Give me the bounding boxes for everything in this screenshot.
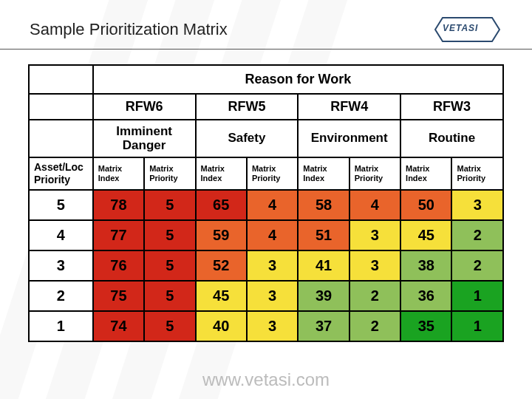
matrix-priority-cell: 3 xyxy=(247,311,298,341)
matrix-priority-cell: 5 xyxy=(144,250,195,281)
matrix-priority-cell: 3 xyxy=(451,190,503,220)
sub-header-index: Matrix Index xyxy=(298,157,349,190)
matrix-index-cell: 41 xyxy=(298,250,349,281)
footer-url: www.vetasi.com xyxy=(0,369,532,390)
asset-loc-priority-header: Asset/Loc Priority xyxy=(29,157,93,190)
vetasi-logo: VETASI xyxy=(432,16,502,43)
matrix-index-cell: 77 xyxy=(93,220,144,250)
blank-cell xyxy=(29,120,93,157)
matrix-priority-cell: 5 xyxy=(144,281,195,311)
row-label: 1 xyxy=(29,311,93,341)
matrix-priority-cell: 2 xyxy=(349,311,400,341)
matrix-priority-cell: 4 xyxy=(349,190,400,220)
table-row: 5785654584503 xyxy=(29,190,503,220)
table-row: 3765523413382 xyxy=(29,250,503,281)
matrix-table-wrap: Reason for Work RFW6 RFW5 RFW4 RFW3 Immi… xyxy=(0,50,532,342)
matrix-index-cell: 74 xyxy=(93,311,144,341)
row-label: 4 xyxy=(29,220,93,250)
matrix-index-cell: 37 xyxy=(298,311,349,341)
table-row: 2755453392361 xyxy=(29,281,503,311)
col-header-rfw4: RFW4 xyxy=(298,94,400,120)
slide-header: Sample Prioritization Matrix VETASI xyxy=(0,0,532,50)
matrix-priority-cell: 5 xyxy=(144,190,195,220)
sub-header-priority: Matrix Priority xyxy=(247,157,298,190)
row-label: 5 xyxy=(29,190,93,220)
sub-header-index: Matrix Index xyxy=(400,157,451,190)
matrix-index-cell: 58 xyxy=(298,190,349,220)
matrix-index-cell: 40 xyxy=(196,311,247,341)
table-row: Reason for Work xyxy=(29,65,503,94)
matrix-index-cell: 76 xyxy=(93,250,144,281)
table-row: 4775594513452 xyxy=(29,220,503,250)
row-label: 3 xyxy=(29,250,93,281)
reason-routine: Routine xyxy=(400,120,503,157)
col-header-rfw6: RFW6 xyxy=(93,94,196,120)
reason-environment: Environment xyxy=(298,120,400,157)
matrix-index-cell: 78 xyxy=(93,190,144,220)
prioritization-matrix-table: Reason for Work RFW6 RFW5 RFW4 RFW3 Immi… xyxy=(28,64,504,342)
sub-header-priority: Matrix Priority xyxy=(144,157,195,190)
matrix-index-cell: 39 xyxy=(298,281,349,311)
col-header-rfw3: RFW3 xyxy=(400,94,503,120)
matrix-priority-cell: 2 xyxy=(349,281,400,311)
sub-header-index: Matrix Index xyxy=(196,157,247,190)
page-title: Sample Prioritization Matrix xyxy=(30,20,228,39)
matrix-index-cell: 36 xyxy=(400,281,451,311)
table-row: Imminent Danger Safety Environment Routi… xyxy=(29,120,503,157)
matrix-index-cell: 75 xyxy=(93,281,144,311)
col-header-rfw5: RFW5 xyxy=(196,94,299,120)
table-row: Asset/Loc Priority Matrix Index Matrix P… xyxy=(29,157,503,190)
reason-imminent-danger: Imminent Danger xyxy=(93,120,196,157)
blank-cell xyxy=(29,94,93,120)
matrix-priority-cell: 4 xyxy=(247,190,298,220)
table-row: 1745403372351 xyxy=(29,311,503,341)
matrix-index-cell: 51 xyxy=(298,220,349,250)
matrix-priority-cell: 5 xyxy=(144,311,195,341)
matrix-index-cell: 50 xyxy=(400,190,451,220)
sub-header-priority: Matrix Priority xyxy=(451,157,503,190)
row-label: 2 xyxy=(29,281,93,311)
matrix-priority-cell: 5 xyxy=(144,220,195,250)
reason-for-work-header: Reason for Work xyxy=(93,65,503,94)
matrix-index-cell: 45 xyxy=(400,220,451,250)
logo-text: VETASI xyxy=(443,23,478,33)
reason-safety: Safety xyxy=(196,120,299,157)
matrix-index-cell: 52 xyxy=(196,250,247,281)
sub-header-priority: Matrix Priority xyxy=(349,157,400,190)
matrix-priority-cell: 1 xyxy=(451,311,503,341)
matrix-index-cell: 65 xyxy=(196,190,247,220)
matrix-priority-cell: 3 xyxy=(349,220,400,250)
matrix-priority-cell: 2 xyxy=(451,220,503,250)
matrix-index-cell: 38 xyxy=(400,250,451,281)
matrix-priority-cell: 3 xyxy=(247,250,298,281)
matrix-priority-cell: 4 xyxy=(247,220,298,250)
matrix-index-cell: 35 xyxy=(400,311,451,341)
blank-cell xyxy=(29,65,93,94)
matrix-index-cell: 45 xyxy=(196,281,247,311)
matrix-priority-cell: 2 xyxy=(451,250,503,281)
matrix-priority-cell: 3 xyxy=(349,250,400,281)
sub-header-index: Matrix Index xyxy=(93,157,144,190)
table-row: RFW6 RFW5 RFW4 RFW3 xyxy=(29,94,503,120)
matrix-priority-cell: 3 xyxy=(247,281,298,311)
matrix-index-cell: 59 xyxy=(196,220,247,250)
matrix-priority-cell: 1 xyxy=(451,281,503,311)
